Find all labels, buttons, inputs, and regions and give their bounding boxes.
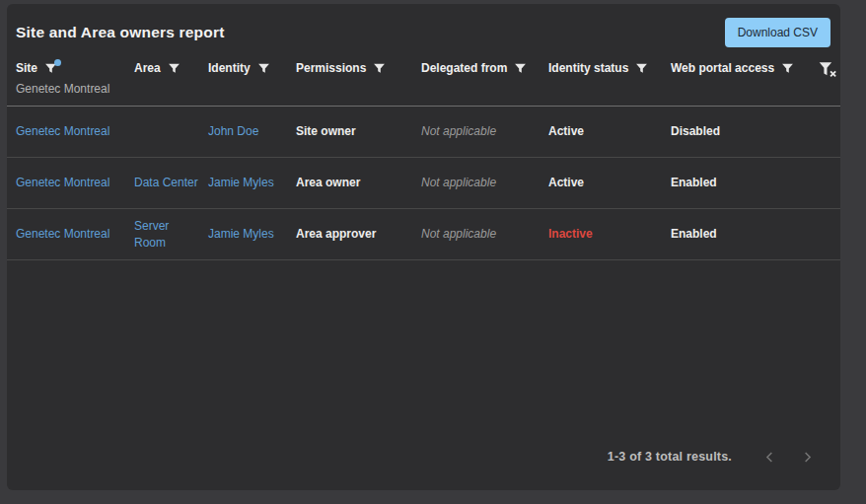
column-header-identity: Identity xyxy=(208,61,296,75)
clear-all-filters xyxy=(819,61,840,78)
column-label-identity-status: Identity status xyxy=(548,61,628,75)
column-header-area: Area xyxy=(134,61,208,75)
table-row: Genetec Montreal John Doe Site owner Not… xyxy=(7,107,840,158)
cell-delegated-from: Not applicable xyxy=(421,226,548,242)
filter-icon[interactable] xyxy=(44,62,57,75)
chevron-left-icon xyxy=(762,450,777,465)
cell-permissions: Area approver xyxy=(296,226,421,242)
column-header-web-portal-access: Web portal access xyxy=(671,61,819,75)
column-label-delegated-from: Delegated from xyxy=(421,61,507,75)
column-header-permissions: Permissions xyxy=(296,61,421,75)
table-header-row: Site Genetec Montreal Area Identity xyxy=(7,61,840,107)
cell-web-portal-access: Enabled xyxy=(671,175,819,190)
report-card: Site and Area owners report Download CSV… xyxy=(7,4,840,490)
page-title: Site and Area owners report xyxy=(16,24,225,41)
cell-site[interactable]: Genetec Montreal xyxy=(16,175,134,190)
download-csv-button[interactable]: Download CSV xyxy=(725,18,830,47)
cell-site[interactable]: Genetec Montreal xyxy=(16,226,134,242)
filter-icon[interactable] xyxy=(257,62,270,75)
filter-icon[interactable] xyxy=(373,62,386,75)
cell-delegated-from: Not applicable xyxy=(421,123,548,139)
cell-web-portal-access: Disabled xyxy=(671,123,819,139)
card-header: Site and Area owners report Download CSV xyxy=(7,4,840,61)
cell-permissions: Site owner xyxy=(296,123,421,139)
column-label-area: Area xyxy=(134,61,161,75)
site-filter-value: Genetec Montreal xyxy=(16,82,134,96)
filter-icon[interactable] xyxy=(635,62,648,75)
cell-site[interactable]: Genetec Montreal xyxy=(16,123,134,139)
cell-delegated-from: Not applicable xyxy=(421,175,548,190)
column-label-identity: Identity xyxy=(208,61,251,75)
cell-permissions: Area owner xyxy=(296,175,421,190)
cell-identity-status: Inactive xyxy=(548,226,671,242)
table-row: Genetec Montreal Server Room Jamie Myles… xyxy=(7,209,840,260)
column-label-site: Site xyxy=(16,61,37,75)
cell-web-portal-access: Enabled xyxy=(671,226,819,242)
column-label-permissions: Permissions xyxy=(296,61,366,75)
cell-identity[interactable]: Jamie Myles xyxy=(208,175,296,190)
cell-identity-status: Active xyxy=(548,175,671,190)
clear-filters-icon[interactable] xyxy=(819,61,837,78)
cell-identity-status: Active xyxy=(548,123,671,139)
column-header-site: Site Genetec Montreal xyxy=(16,61,134,96)
next-page-button[interactable] xyxy=(795,445,819,468)
column-header-identity-status: Identity status xyxy=(548,61,671,75)
results-summary: 1-3 of 3 total results. xyxy=(608,450,732,464)
pagination-bar: 1-3 of 3 total results. xyxy=(7,445,840,490)
cell-identity[interactable]: John Doe xyxy=(208,123,296,139)
cell-area[interactable]: Server Room xyxy=(134,218,208,250)
filter-icon[interactable] xyxy=(514,62,527,75)
cell-identity[interactable]: Jamie Myles xyxy=(208,226,296,242)
active-filter-dot xyxy=(54,59,61,66)
filter-icon[interactable] xyxy=(168,62,180,75)
chevron-right-icon xyxy=(800,450,815,465)
cell-area[interactable]: Data Center xyxy=(134,175,208,190)
filter-icon[interactable] xyxy=(781,62,794,75)
column-label-web-portal-access: Web portal access xyxy=(671,61,774,75)
previous-page-button[interactable] xyxy=(758,445,781,468)
column-header-delegated-from: Delegated from xyxy=(421,61,548,75)
table-row: Genetec Montreal Data Center Jamie Myles… xyxy=(7,158,840,209)
